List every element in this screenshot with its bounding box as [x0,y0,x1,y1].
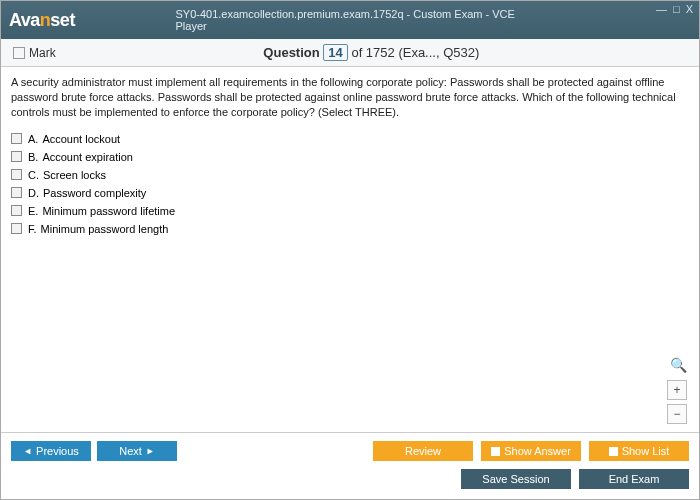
magnify-icon[interactable]: 🔍 [667,356,687,376]
option-letter: C. [28,169,39,181]
end-exam-button[interactable]: End Exam [579,469,689,489]
option-letter: D. [28,187,39,199]
checkbox-icon[interactable] [11,187,22,198]
option-text: Password complexity [43,187,146,199]
checkbox-icon[interactable] [11,151,22,162]
window-controls: — □ X [656,3,693,15]
question-indicator: Question 14 of 1752 (Exa..., Q532) [56,45,687,60]
next-button[interactable]: Next [97,441,177,461]
logo-post: set [50,10,75,30]
next-label: Next [119,445,142,457]
option-letter: B. [28,151,38,163]
zoom-out-button[interactable]: − [667,404,687,424]
review-label: Review [405,445,441,457]
option-f[interactable]: F.Minimum password length [11,220,685,238]
logo-mid: n [40,10,51,30]
option-letter: E. [28,205,38,217]
zoom-controls: 🔍 + − [667,356,687,424]
mark-label: Mark [29,46,56,60]
question-suffix: of 1752 (Exa..., Q532) [351,45,479,60]
question-bar: Mark Question 14 of 1752 (Exa..., Q532) [1,39,699,67]
previous-button[interactable]: Previous [11,441,91,461]
zoom-in-button[interactable]: + [667,380,687,400]
option-text: Screen locks [43,169,106,181]
question-label: Question [263,45,319,60]
logo: Avanset [9,10,75,31]
question-number: 14 [323,44,347,61]
option-text: Minimum password length [41,223,169,235]
option-a[interactable]: A.Account lockout [11,130,685,148]
maximize-button[interactable]: □ [673,3,680,15]
footer: Previous Next Review Show Answer Show Li… [1,432,699,499]
option-c[interactable]: C.Screen locks [11,166,685,184]
checkbox-icon[interactable] [11,205,22,216]
option-e[interactable]: E.Minimum password lifetime [11,202,685,220]
option-d[interactable]: D.Password complexity [11,184,685,202]
review-button[interactable]: Review [373,441,473,461]
close-button[interactable]: X [686,3,693,15]
checkbox-icon[interactable] [11,223,22,234]
content-area: A security administrator must implement … [1,67,699,432]
checkbox-icon[interactable] [11,133,22,144]
option-b[interactable]: B.Account expiration [11,148,685,166]
footer-row-1: Previous Next Review Show Answer Show Li… [11,441,689,461]
show-answer-label: Show Answer [504,445,571,457]
window-title: SY0-401.examcollection.premium.exam.1752… [176,8,525,32]
square-icon [491,447,500,456]
square-icon [609,447,618,456]
show-list-label: Show List [622,445,670,457]
save-session-button[interactable]: Save Session [461,469,571,489]
previous-label: Previous [36,445,79,457]
checkbox-icon[interactable] [11,169,22,180]
titlebar: Avanset SY0-401.examcollection.premium.e… [1,1,699,39]
option-text: Account lockout [42,133,120,145]
option-text: Account expiration [42,151,133,163]
option-letter: A. [28,133,38,145]
options-list: A.Account lockout B.Account expiration C… [11,130,685,238]
option-letter: F. [28,223,37,235]
show-list-button[interactable]: Show List [589,441,689,461]
minimize-button[interactable]: — [656,3,667,15]
mark-checkbox[interactable] [13,47,25,59]
logo-pre: Ava [9,10,40,30]
show-answer-button[interactable]: Show Answer [481,441,581,461]
option-text: Minimum password lifetime [42,205,175,217]
question-text: A security administrator must implement … [11,75,685,120]
footer-row-2: Save Session End Exam [11,469,689,489]
